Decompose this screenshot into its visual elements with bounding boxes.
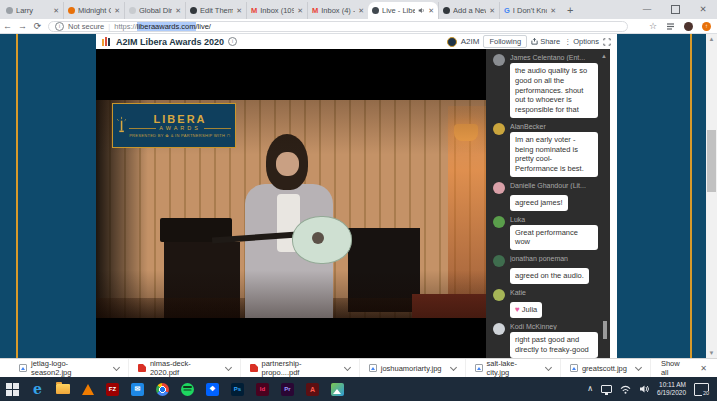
presented-by-label: PRESENTED BY	[129, 133, 163, 138]
wifi-icon[interactable]	[620, 385, 631, 394]
taskbar-start-icon[interactable]	[0, 377, 25, 401]
forward-button[interactable]: →	[15, 22, 30, 31]
taskbar-photos-icon[interactable]	[325, 377, 350, 401]
taskbar-spotify-icon[interactable]	[175, 377, 200, 401]
chat-scroll-up-icon[interactable]: ▲	[601, 53, 607, 59]
channel-name[interactable]: A2IM	[461, 37, 480, 46]
chat-bubble: Im an early voter - being nominated is p…	[510, 132, 598, 177]
taskbar-acrobat-icon[interactable]: A	[300, 377, 325, 401]
tab-global-directo[interactable]: Global Directo✕	[124, 2, 185, 19]
tab-favicon	[190, 7, 197, 14]
options-button[interactable]: ⋮ Options	[564, 37, 599, 46]
browser-scrollbar[interactable]: ▲ ▼	[706, 34, 717, 358]
taskbar-chrome-icon[interactable]	[150, 377, 175, 401]
tab-close-icon[interactable]: ✕	[175, 7, 181, 15]
scroll-up-arrow[interactable]: ▲	[706, 34, 717, 44]
download-chevron-icon[interactable]	[635, 363, 642, 370]
tab-close-icon[interactable]: ✕	[114, 7, 120, 15]
tab-close-icon[interactable]: ✕	[358, 7, 364, 15]
tab-close-icon[interactable]: ✕	[236, 7, 242, 15]
chat-username: Kodi McKinney	[510, 323, 598, 330]
notification-center-icon[interactable]: 20	[694, 383, 709, 396]
following-button[interactable]: Following	[483, 35, 527, 48]
taskbar-mail-icon[interactable]: ✉	[125, 377, 150, 401]
tab-edit-themes[interactable]: Edit Themes -✕	[185, 2, 246, 19]
taskbar-premiere-icon[interactable]: Pr	[275, 377, 300, 401]
chat-message: Danielle Ghandour (Lit...agreed james!	[493, 182, 598, 211]
minimize-button[interactable]: —	[633, 0, 661, 19]
browser-tab-bar: Larry✕Midnight Carli✕Global Directo✕Edit…	[0, 0, 717, 19]
download-item-jetlag-logo-season2-jpg[interactable]: jetlag-logo-season2.jpg	[10, 359, 128, 377]
windows-taskbar: eFZ✉❖PsIdPrA ∧ 10:11 AM 6/19/2020 20	[0, 377, 717, 401]
address-bar[interactable]: i Not secure | https://liberaawards.com/…	[48, 21, 628, 32]
taskbar-vlc-icon[interactable]	[75, 377, 100, 401]
not-secure-icon[interactable]: i	[55, 22, 64, 31]
taskbar-file-explorer-icon[interactable]	[50, 377, 75, 401]
tab-favicon	[129, 7, 136, 14]
browser-update-icon[interactable]: ↑	[702, 22, 711, 31]
back-button[interactable]: ←	[0, 22, 15, 31]
display-tray-icon[interactable]	[601, 385, 612, 393]
tab-larry[interactable]: Larry✕	[2, 2, 63, 19]
chat-message: Katie♥ Julia	[493, 289, 598, 318]
tab-i-don-t-know-h[interactable]: GI Don't Know H✕	[499, 2, 560, 19]
fullscreen-icon[interactable]	[603, 38, 611, 46]
tab-close-icon[interactable]: ✕	[489, 7, 495, 15]
scrollbar-thumb[interactable]	[707, 130, 716, 192]
download-chevron-icon[interactable]	[113, 364, 120, 371]
tab-favicon	[372, 7, 379, 14]
info-icon[interactable]: i	[228, 37, 237, 46]
taskbar-photoshop-icon[interactable]: Ps	[225, 377, 250, 401]
download-item-greatscott-jpg[interactable]: greatscott.jpg	[560, 359, 650, 377]
chat-avatar	[493, 182, 505, 194]
download-filename: nlmas-deck-2020.pdf	[150, 359, 217, 377]
pdf-file-icon	[138, 364, 146, 372]
close-downloads-icon[interactable]: ✕	[700, 364, 707, 373]
tab-close-icon[interactable]: ✕	[428, 7, 434, 15]
tab-midnight-carli[interactable]: Midnight Carli✕	[63, 2, 124, 19]
close-window-button[interactable]: ✕	[689, 0, 717, 19]
download-item-salt-lake-city-jpg[interactable]: salt-lake-city.jpg	[465, 359, 560, 377]
taskbar-edge-icon[interactable]: e	[25, 377, 50, 401]
tray-expand-icon[interactable]: ∧	[587, 385, 593, 393]
tab-close-icon[interactable]: ✕	[53, 7, 59, 15]
extension-icon[interactable]	[666, 22, 675, 31]
volume-icon[interactable]	[639, 384, 649, 394]
taskbar-dropbox-icon[interactable]: ❖	[200, 377, 225, 401]
download-item-nlmas-deck-2020-pdf[interactable]: nlmas-deck-2020.pdf	[128, 359, 240, 377]
show-all-button[interactable]: Show all	[661, 359, 688, 377]
taskbar-indesign-icon[interactable]: Id	[250, 377, 275, 401]
tab-add-a-new-po[interactable]: Add a New Po✕	[438, 2, 499, 19]
new-tab-button[interactable]: +	[567, 5, 573, 16]
tab-close-icon[interactable]: ✕	[550, 7, 556, 15]
taskbar-filezilla-icon[interactable]: FZ	[100, 377, 125, 401]
channel-avatar[interactable]	[447, 37, 457, 47]
download-filename: joshuamoriarty.jpg	[381, 364, 442, 373]
taskbar-clock[interactable]: 10:11 AM 6/19/2020	[657, 381, 686, 397]
download-chevron-icon[interactable]	[545, 364, 552, 371]
chat-message: AlanBeckerIm an early voter - being nomi…	[493, 123, 598, 177]
scroll-down-arrow[interactable]: ▼	[706, 348, 717, 358]
video-player[interactable]: LIBERA AWARDS PRESENTED BY ⛴ & IN PARTNE…	[96, 49, 486, 358]
maximize-button[interactable]	[661, 0, 689, 19]
tab-live-liber[interactable]: Live - Liber✕	[368, 2, 438, 19]
windows-logo	[6, 383, 19, 396]
options-label: Options	[573, 37, 599, 46]
download-item-joshuamoriarty-jpg[interactable]: joshuamoriarty.jpg	[359, 359, 465, 377]
banner-credits: PRESENTED BY ⛴ & IN PARTNERSHIP WITH ⛫	[129, 133, 231, 138]
chat-scrollbar-thumb[interactable]	[603, 321, 607, 339]
tab-inbox-109-la[interactable]: MInbox (109) - la✕	[246, 2, 307, 19]
tab-inbox-4-nlm[interactable]: MInbox (4) - nlm✕	[307, 2, 368, 19]
share-button[interactable]: Share	[531, 37, 560, 46]
download-chevron-icon[interactable]	[225, 364, 232, 371]
chat-bubble: the audio quality is so good on all the …	[510, 63, 598, 118]
profile-avatar[interactable]	[684, 22, 693, 31]
a2im-logo-icon	[102, 37, 110, 46]
chat-bubble: Great performance wow	[510, 225, 598, 251]
download-chevron-icon[interactable]	[449, 363, 456, 370]
download-item-partnership-propo-pdf[interactable]: partnership-propo....pdf	[240, 359, 359, 377]
download-chevron-icon[interactable]	[344, 364, 351, 371]
tab-close-icon[interactable]: ✕	[297, 7, 303, 15]
reload-button[interactable]: ⟳	[30, 22, 45, 31]
bookmark-star-icon[interactable]: ☆	[649, 22, 657, 31]
